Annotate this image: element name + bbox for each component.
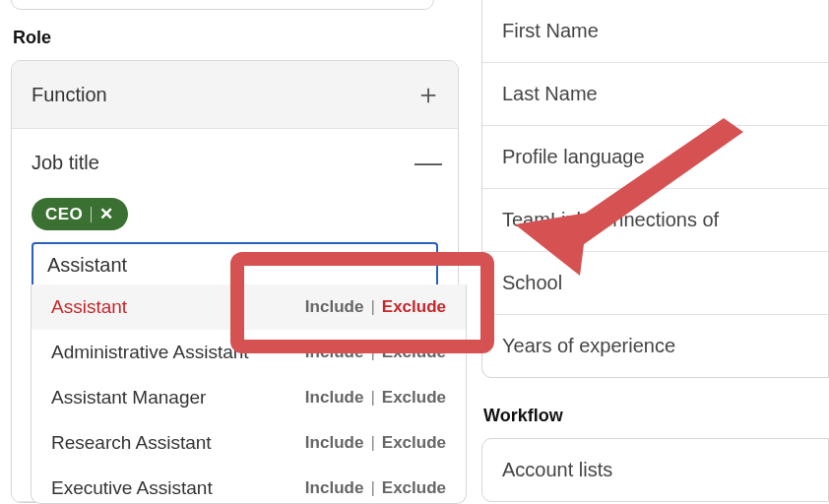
filter-first-name[interactable]: First Name — [482, 0, 828, 63]
exclude-button[interactable]: Exclude — [382, 433, 446, 453]
chip-divider — [91, 207, 92, 222]
suggestion-title: Administrative Assistant — [51, 342, 305, 363]
ie-separator: | — [370, 478, 374, 498]
workflow-card: Account lists — [481, 438, 829, 502]
suggestion-row[interactable]: Executive Assistant Include | Exclude — [32, 466, 466, 503]
filter-years-experience[interactable]: Years of experience — [482, 315, 828, 377]
include-exclude: Include | Exclude — [305, 297, 446, 317]
exclude-button[interactable]: Exclude — [382, 388, 446, 408]
suggestion-title: Executive Assistant — [51, 477, 305, 499]
filter-school[interactable]: School — [482, 252, 828, 315]
workflow-label: Account lists — [502, 459, 612, 480]
chip-ceo[interactable]: CEO ✕ — [32, 198, 128, 230]
job-title-search-input[interactable] — [32, 242, 438, 288]
job-title-row[interactable]: Job title — — [12, 129, 458, 186]
suggestion-row[interactable]: Administrative Assistant Include | Exclu… — [32, 330, 466, 375]
suggestion-title: Research Assistant — [51, 432, 305, 454]
ie-separator: | — [370, 388, 374, 408]
ie-separator: | — [370, 433, 374, 453]
filter-label: Profile language — [502, 146, 645, 167]
role-section-label: Role — [13, 28, 459, 48]
filter-teamlink[interactable]: TeamLink connections of — [482, 189, 828, 252]
exclude-button[interactable]: Exclude — [382, 478, 446, 498]
filter-profile-language[interactable]: Profile language — [482, 126, 828, 189]
ie-separator: | — [370, 343, 374, 362]
filter-label: Last Name — [502, 83, 598, 104]
include-button[interactable]: Include — [305, 343, 364, 362]
include-button[interactable]: Include — [305, 297, 364, 317]
workflow-section-label: Workflow — [483, 406, 829, 426]
include-button[interactable]: Include — [305, 433, 364, 453]
filter-last-name[interactable]: Last Name — [482, 63, 828, 126]
include-exclude: Include | Exclude — [305, 478, 446, 498]
chip-text: CEO — [45, 205, 83, 224]
suggestion-row[interactable]: Assistant Manager Include | Exclude — [32, 375, 466, 420]
chips-row: CEO ✕ — [32, 198, 438, 230]
include-button[interactable]: Include — [305, 478, 364, 498]
filter-label: School — [502, 272, 562, 293]
job-title-suggestions: Assistant Include | Exclude Administrati… — [31, 284, 467, 504]
close-icon[interactable]: ✕ — [99, 204, 114, 224]
job-title-label: Job title — [32, 152, 99, 174]
function-row[interactable]: Function ＋ — [12, 61, 458, 129]
filter-label: First Name — [502, 20, 599, 41]
include-exclude: Include | Exclude — [305, 433, 446, 453]
minus-icon: — — [414, 149, 438, 176]
include-exclude: Include | Exclude — [305, 343, 446, 362]
workflow-account-lists[interactable]: Account lists — [482, 439, 828, 501]
plus-icon: ＋ — [414, 81, 438, 108]
filters-card: First Name Last Name Profile language Te… — [481, 0, 829, 378]
filter-label: TeamLink connections of — [502, 209, 719, 230]
function-label: Function — [32, 84, 107, 106]
suggestion-title: Assistant Manager — [51, 387, 305, 409]
ie-separator: | — [370, 297, 374, 317]
suggestion-title: Assistant — [51, 296, 305, 318]
suggestion-row[interactable]: Research Assistant Include | Exclude — [32, 420, 466, 466]
include-button[interactable]: Include — [305, 388, 364, 408]
suggestion-row[interactable]: Assistant Include | Exclude — [32, 284, 466, 330]
exclude-button[interactable]: Exclude — [382, 297, 446, 317]
exclude-button[interactable]: Exclude — [382, 343, 446, 362]
include-exclude: Include | Exclude — [305, 388, 446, 408]
filter-label: Years of experience — [502, 335, 675, 356]
